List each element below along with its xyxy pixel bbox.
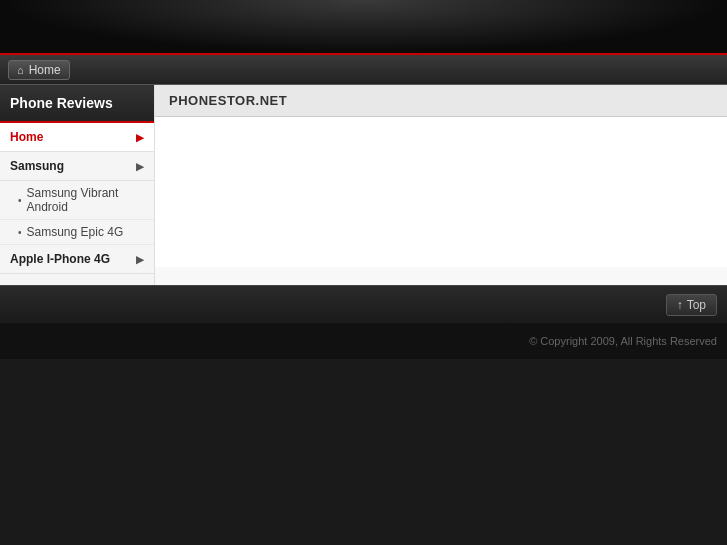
copyright-text: © Copyright 2009, All Rights Reserved <box>529 335 717 347</box>
sidebar: Phone Reviews Home ▶ Samsung ▶ • Samsung… <box>0 85 155 285</box>
sidebar-item-samsung-vibrant-label: Samsung Vibrant Android <box>27 186 144 214</box>
sidebar-item-samsung-label: Samsung <box>10 159 64 173</box>
top-header <box>0 0 727 55</box>
content-body <box>155 117 727 267</box>
sidebar-item-home-label: Home <box>10 130 43 144</box>
sidebar-item-samsung-arrow: ▶ <box>136 161 144 172</box>
sidebar-item-apple-label: Apple I-Phone 4G <box>10 252 110 266</box>
content-area: PHONESTOR.NET <box>155 85 727 285</box>
bottom-dark-area <box>0 359 727 479</box>
sidebar-item-home-arrow: ▶ <box>136 132 144 143</box>
footer: © Copyright 2009, All Rights Reserved <box>0 323 727 359</box>
sidebar-item-home[interactable]: Home ▶ <box>0 123 154 152</box>
nav-bar: ⌂ Home <box>0 55 727 85</box>
home-nav-button[interactable]: ⌂ Home <box>8 60 70 80</box>
bullet-icon-2: • <box>18 227 22 238</box>
sidebar-item-samsung-vibrant[interactable]: • Samsung Vibrant Android <box>0 181 154 220</box>
top-link-icon: ↑ <box>677 298 683 312</box>
top-link-button[interactable]: ↑ Top <box>666 294 717 316</box>
sidebar-item-samsung[interactable]: Samsung ▶ <box>0 152 154 181</box>
main-wrapper: Phone Reviews Home ▶ Samsung ▶ • Samsung… <box>0 85 727 285</box>
content-header: PHONESTOR.NET <box>155 85 727 117</box>
home-nav-label: Home <box>29 63 61 77</box>
bullet-icon: • <box>18 195 22 206</box>
top-link-label: Top <box>687 298 706 312</box>
sidebar-item-apple[interactable]: Apple I-Phone 4G ▶ <box>0 245 154 274</box>
home-icon: ⌂ <box>17 64 24 76</box>
sidebar-item-samsung-epic[interactable]: • Samsung Epic 4G <box>0 220 154 245</box>
bottom-bar: ↑ Top <box>0 285 727 323</box>
sidebar-title: Phone Reviews <box>0 85 154 123</box>
sidebar-item-apple-arrow: ▶ <box>136 254 144 265</box>
sidebar-item-samsung-epic-label: Samsung Epic 4G <box>27 225 124 239</box>
